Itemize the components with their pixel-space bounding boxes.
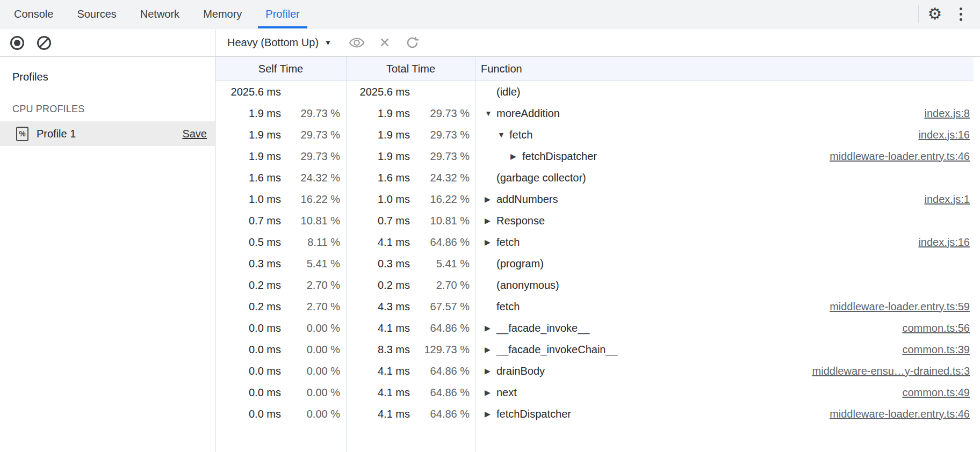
self-time-ms-cell: 0.0 ms: [215, 322, 281, 334]
self-time-pct-cell: 29.73 %: [281, 129, 340, 141]
table-row[interactable]: 0.2 ms2.70 %0.2 ms2.70 %(anonymous): [215, 274, 974, 296]
expand-arrow-icon[interactable]: ▶: [485, 388, 496, 397]
grid-body: 2025.6 ms2025.6 ms(idle)1.9 ms29.73 %1.9…: [215, 81, 974, 425]
table-row[interactable]: 0.0 ms0.00 %4.1 ms64.86 %▶drainBodymiddl…: [215, 360, 974, 382]
expand-arrow-icon[interactable]: ▶: [485, 410, 496, 418]
expand-arrow-icon[interactable]: ▶: [485, 238, 496, 246]
source-location-link[interactable]: common.ts:49: [891, 387, 974, 399]
total-time-ms-cell: 4.1 ms: [346, 387, 410, 399]
total-time-ms-cell: 4.1 ms: [346, 322, 410, 334]
source-location-link[interactable]: middleware-ensu…y-drained.ts:3: [802, 365, 974, 377]
table-row[interactable]: 0.5 ms8.11 %4.1 ms64.86 %▶fetchindex.js:…: [215, 231, 974, 253]
source-location-link[interactable]: index.js:16: [907, 129, 974, 141]
profile-list-item[interactable]: % Profile 1 Save: [0, 121, 215, 146]
column-header-total-time[interactable]: Total Time: [346, 63, 475, 75]
tabbar-actions: ⚙: [918, 0, 980, 28]
source-location-link[interactable]: common.ts:56: [891, 322, 974, 334]
table-row[interactable]: 0.0 ms0.00 %4.1 ms64.86 %▶__facade_invok…: [215, 317, 974, 339]
focus-function-button[interactable]: [349, 35, 365, 51]
profile-document-icon: %: [16, 127, 28, 141]
table-row[interactable]: 0.0 ms0.00 %4.1 ms64.86 %▶fetchDispatche…: [215, 403, 974, 425]
function-cell: ▼moreAdditionindex.js:8: [475, 107, 974, 120]
exclude-function-button[interactable]: ✕: [377, 35, 393, 51]
function-cell: fetchmiddleware-loader.entry.ts:59: [475, 301, 974, 313]
self-time-pct-cell: 16.22 %: [281, 193, 340, 206]
function-cell: ▶addNumbersindex.js:1: [475, 193, 974, 206]
restore-functions-button[interactable]: [405, 35, 421, 51]
tab-network[interactable]: Network: [128, 0, 191, 28]
expand-arrow-icon[interactable]: ▶: [485, 195, 496, 203]
self-time-pct-cell: 24.32 %: [281, 172, 340, 184]
clear-profiles-button[interactable]: [37, 36, 51, 50]
source-location-link[interactable]: common.ts:39: [891, 344, 974, 356]
save-profile-link[interactable]: Save: [182, 128, 207, 140]
self-time-ms-cell: 1.6 ms: [215, 172, 281, 184]
self-time-pct-cell: 10.81 %: [281, 215, 340, 227]
self-time-pct-cell: 2.70 %: [281, 301, 340, 313]
total-time-ms-cell: 1.9 ms: [346, 107, 410, 120]
profile-name: Profile 1: [37, 128, 76, 140]
expand-arrow-icon[interactable]: ▶: [485, 324, 496, 332]
source-location-link[interactable]: index.js:8: [914, 107, 974, 120]
expand-arrow-icon[interactable]: ▶: [485, 216, 496, 225]
tab-profiler[interactable]: Profiler: [254, 0, 311, 28]
profiler-toolbar: Heavy (Bottom Up) ▼ ✕: [0, 29, 980, 57]
tab-profiler-label: Profiler: [265, 8, 299, 20]
function-cell: ▼fetchindex.js:16: [475, 129, 974, 141]
table-row[interactable]: 1.0 ms16.22 %1.0 ms16.22 %▶addNumbersind…: [215, 188, 974, 210]
function-cell: ▶fetchindex.js:16: [475, 236, 974, 249]
source-location-link[interactable]: index.js:16: [907, 236, 974, 249]
column-divider[interactable]: [346, 57, 347, 452]
source-location-link[interactable]: middleware-loader.entry.ts:59: [819, 301, 974, 313]
tab-console[interactable]: Console: [2, 0, 65, 28]
expand-arrow-icon[interactable]: ▶: [485, 345, 496, 354]
view-mode-dropdown[interactable]: Heavy (Bottom Up) ▼: [222, 37, 337, 49]
total-time-ms-cell: 0.3 ms: [346, 258, 410, 270]
self-time-pct-cell: 8.11 %: [281, 236, 340, 249]
table-row[interactable]: 0.2 ms2.70 %4.3 ms67.57 %fetchmiddleware…: [215, 296, 974, 317]
table-row[interactable]: 2025.6 ms2025.6 ms(idle): [215, 81, 974, 103]
collapse-arrow-icon[interactable]: ▼: [498, 130, 509, 139]
record-button[interactable]: [10, 36, 24, 50]
self-time-pct-cell: 5.41 %: [281, 258, 340, 270]
total-time-pct-cell: 16.22 %: [410, 193, 470, 206]
tab-sources[interactable]: Sources: [65, 0, 128, 28]
column-header-function[interactable]: Function: [475, 63, 974, 75]
total-time-pct-cell: 29.73 %: [410, 129, 470, 141]
table-row[interactable]: 0.7 ms10.81 %0.7 ms10.81 %▶Response: [215, 210, 974, 231]
total-time-ms-cell: 0.7 ms: [346, 215, 410, 227]
source-location-link[interactable]: index.js:1: [914, 193, 974, 206]
self-time-ms-cell: 1.9 ms: [215, 107, 281, 120]
cpu-profiles-group-label: CPU PROFILES: [12, 104, 215, 115]
function-cell: (program): [475, 258, 974, 270]
tree-indent: [485, 135, 498, 135]
table-row[interactable]: 1.9 ms29.73 %1.9 ms29.73 %▼fetchindex.js…: [215, 124, 974, 145]
column-header-self-time[interactable]: Self Time: [215, 63, 346, 75]
self-time-ms-cell: 2025.6 ms: [215, 86, 281, 98]
self-time-ms-cell: 0.0 ms: [215, 344, 281, 356]
expand-arrow-icon[interactable]: ▶: [485, 367, 496, 375]
table-row[interactable]: 1.9 ms29.73 %1.9 ms29.73 %▼moreAdditioni…: [215, 103, 974, 124]
total-time-ms-cell: 4.1 ms: [346, 236, 410, 249]
collapse-arrow-icon[interactable]: ▼: [485, 109, 496, 118]
tab-memory[interactable]: Memory: [191, 0, 254, 28]
column-divider[interactable]: [475, 57, 476, 452]
settings-button[interactable]: ⚙: [922, 2, 948, 26]
more-options-button[interactable]: [948, 2, 974, 26]
table-row[interactable]: 0.3 ms5.41 %0.3 ms5.41 %(program): [215, 253, 974, 274]
function-name: __facade_invokeChain__: [496, 344, 618, 356]
refresh-icon: [405, 35, 420, 50]
table-row[interactable]: 1.9 ms29.73 %1.9 ms29.73 %▶fetchDispatch…: [215, 145, 974, 167]
function-cell: ▶drainBodymiddleware-ensu…y-drained.ts:3: [475, 365, 974, 377]
table-row[interactable]: 1.6 ms24.32 %1.6 ms24.32 %(garbage colle…: [215, 167, 974, 188]
table-row[interactable]: 0.0 ms0.00 %8.3 ms129.73 %▶__facade_invo…: [215, 339, 974, 360]
function-name: (anonymous): [496, 279, 559, 291]
expand-arrow-icon[interactable]: ▶: [510, 152, 522, 161]
tree-indent: [485, 156, 510, 157]
total-time-ms-cell: 1.6 ms: [346, 172, 410, 184]
table-row[interactable]: 0.0 ms0.00 %4.1 ms64.86 %▶nextcommon.ts:…: [215, 382, 974, 403]
function-name: fetchDispatcher: [522, 150, 597, 163]
source-location-link[interactable]: middleware-loader.entry.ts:46: [819, 408, 974, 420]
self-time-ms-cell: 1.9 ms: [215, 129, 281, 141]
source-location-link[interactable]: middleware-loader.entry.ts:46: [819, 150, 974, 163]
